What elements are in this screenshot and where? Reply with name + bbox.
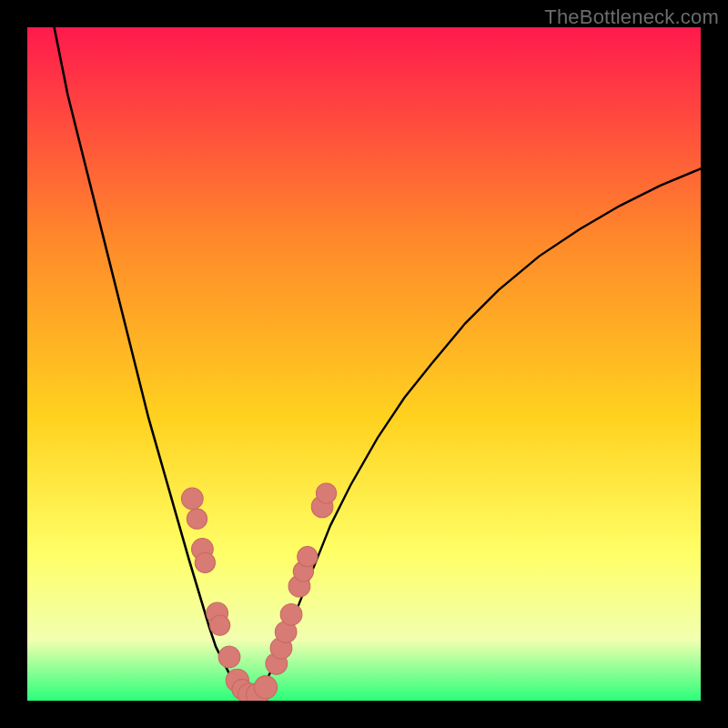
marker-point	[195, 552, 215, 572]
marker-point	[210, 615, 230, 635]
right-curve	[249, 168, 701, 698]
marker-point	[316, 483, 336, 503]
highlighted-points	[181, 483, 336, 701]
curves-layer	[27, 27, 701, 701]
marker-point	[218, 646, 240, 668]
left-curve	[55, 27, 250, 698]
marker-point	[254, 676, 277, 699]
plot-area	[27, 27, 701, 701]
chart-frame: TheBottleneck.com	[0, 0, 728, 728]
marker-point	[187, 509, 207, 529]
marker-point	[280, 603, 302, 625]
marker-point	[181, 488, 203, 510]
marker-point	[298, 547, 318, 567]
watermark-text: TheBottleneck.com	[544, 5, 719, 29]
